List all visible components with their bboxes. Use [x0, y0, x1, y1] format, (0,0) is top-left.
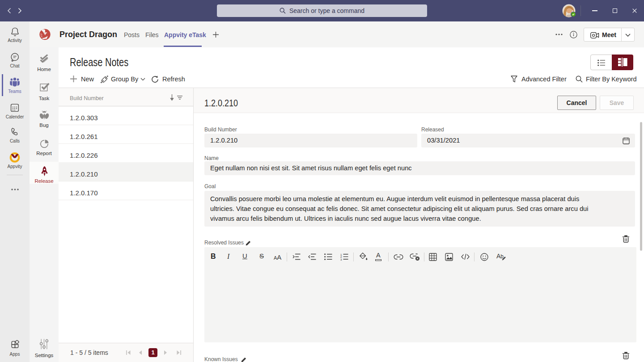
svg-text:3: 3	[340, 258, 342, 261]
